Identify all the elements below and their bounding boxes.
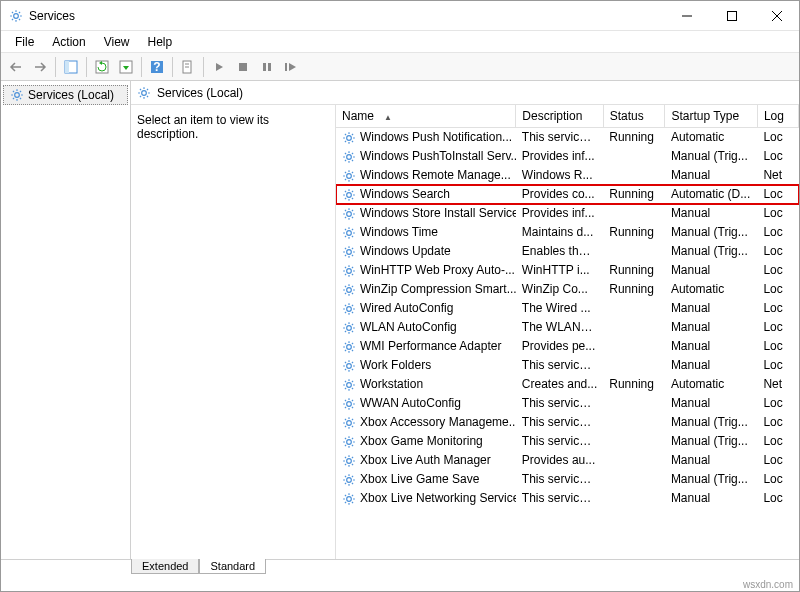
service-startup: Manual xyxy=(665,261,758,280)
service-description: This service ... xyxy=(516,356,603,375)
service-startup: Manual xyxy=(665,394,758,413)
show-hide-tree-button[interactable] xyxy=(60,56,82,78)
service-startup: Manual xyxy=(665,166,758,185)
table-row[interactable]: Windows UpdateEnables the ...Manual (Tri… xyxy=(336,242,799,261)
service-logon: Loc xyxy=(757,451,798,470)
table-row[interactable]: WMI Performance AdapterProvides pe...Man… xyxy=(336,337,799,356)
watermark: wsxdn.com xyxy=(1,579,799,592)
tab-standard[interactable]: Standard xyxy=(199,559,266,574)
table-row[interactable]: WLAN AutoConfigThe WLANS...ManualLoc xyxy=(336,318,799,337)
export-list-button[interactable] xyxy=(115,56,137,78)
service-logon: Net xyxy=(757,166,798,185)
service-status: Running xyxy=(603,261,665,280)
start-service-button[interactable] xyxy=(208,56,230,78)
restart-service-button[interactable] xyxy=(280,56,302,78)
menu-view[interactable]: View xyxy=(96,33,138,51)
service-gear-icon xyxy=(342,454,356,468)
refresh-button[interactable] xyxy=(91,56,113,78)
service-logon: Loc xyxy=(757,242,798,261)
service-name: Xbox Live Networking Service xyxy=(360,490,516,507)
service-gear-icon xyxy=(342,207,356,221)
stop-service-button[interactable] xyxy=(232,56,254,78)
service-startup: Manual xyxy=(665,299,758,318)
menu-file[interactable]: File xyxy=(7,33,42,51)
service-status: Running xyxy=(603,223,665,242)
services-table: Name ▲ Description Status Startup Type L… xyxy=(336,105,799,508)
table-row[interactable]: Windows Store Install ServiceProvides in… xyxy=(336,204,799,223)
content-split: Select an item to view its description. … xyxy=(131,105,799,559)
services-table-wrap[interactable]: Name ▲ Description Status Startup Type L… xyxy=(336,105,799,559)
service-status xyxy=(603,489,665,508)
svg-point-37 xyxy=(347,458,352,463)
table-row[interactable]: WinZip Compression Smart...WinZip Co...R… xyxy=(336,280,799,299)
service-status xyxy=(603,356,665,375)
table-row[interactable]: Xbox Game MonitoringThis service ...Manu… xyxy=(336,432,799,451)
service-startup: Automatic (D... xyxy=(665,185,758,204)
table-row[interactable]: Xbox Live Networking ServiceThis service… xyxy=(336,489,799,508)
forward-button[interactable] xyxy=(29,56,51,78)
table-row[interactable]: Windows TimeMaintains d...RunningManual … xyxy=(336,223,799,242)
table-row[interactable]: WinHTTP Web Proxy Auto-...WinHTTP i...Ru… xyxy=(336,261,799,280)
tab-extended[interactable]: Extended xyxy=(131,559,199,574)
help-button[interactable]: ? xyxy=(146,56,168,78)
service-gear-icon xyxy=(342,302,356,316)
service-status xyxy=(603,299,665,318)
table-row[interactable]: Windows SearchProvides co...RunningAutom… xyxy=(336,185,799,204)
col-description[interactable]: Description xyxy=(516,105,603,128)
table-row[interactable]: Windows Push Notification...This service… xyxy=(336,128,799,148)
pause-service-button[interactable] xyxy=(256,56,278,78)
service-startup: Manual xyxy=(665,337,758,356)
back-button[interactable] xyxy=(5,56,27,78)
table-row[interactable]: Wired AutoConfigThe Wired ...ManualLoc xyxy=(336,299,799,318)
service-startup: Automatic xyxy=(665,375,758,394)
table-row[interactable]: Windows PushToInstall Serv...Provides in… xyxy=(336,147,799,166)
service-gear-icon xyxy=(342,492,356,506)
col-name[interactable]: Name ▲ xyxy=(336,105,516,128)
service-name: Windows PushToInstall Serv... xyxy=(360,148,516,165)
svg-rect-6 xyxy=(65,61,69,73)
service-startup: Automatic xyxy=(665,280,758,299)
col-status[interactable]: Status xyxy=(603,105,665,128)
service-startup: Manual (Trig... xyxy=(665,242,758,261)
svg-point-33 xyxy=(347,382,352,387)
toolbar-separator xyxy=(55,57,56,77)
service-gear-icon xyxy=(342,416,356,430)
menu-help[interactable]: Help xyxy=(140,33,181,51)
service-gear-icon xyxy=(342,188,356,202)
service-startup: Manual xyxy=(665,318,758,337)
service-gear-icon xyxy=(342,131,356,145)
svg-point-23 xyxy=(347,192,352,197)
svg-point-28 xyxy=(347,287,352,292)
col-logon[interactable]: Log xyxy=(757,105,798,128)
svg-point-18 xyxy=(15,93,20,98)
svg-point-25 xyxy=(347,230,352,235)
close-button[interactable] xyxy=(754,1,799,30)
maximize-button[interactable] xyxy=(709,1,754,30)
table-row[interactable]: Xbox Accessory Manageme...This service .… xyxy=(336,413,799,432)
table-row[interactable]: Xbox Live Auth ManagerProvides au...Manu… xyxy=(336,451,799,470)
service-description: Provides au... xyxy=(516,451,603,470)
svg-point-35 xyxy=(347,420,352,425)
service-name: WinHTTP Web Proxy Auto-... xyxy=(360,262,515,279)
service-gear-icon xyxy=(342,473,356,487)
table-row[interactable]: Xbox Live Game SaveThis service ...Manua… xyxy=(336,470,799,489)
service-logon: Loc xyxy=(757,280,798,299)
toolbar-separator xyxy=(172,57,173,77)
service-status xyxy=(603,413,665,432)
description-panel: Select an item to view its description. xyxy=(131,105,336,559)
tree-item-services-local[interactable]: Services (Local) xyxy=(3,85,128,105)
service-logon: Loc xyxy=(757,356,798,375)
table-row[interactable]: WorkstationCreates and...RunningAutomati… xyxy=(336,375,799,394)
menu-action[interactable]: Action xyxy=(44,33,93,51)
properties-button[interactable] xyxy=(177,56,199,78)
toolbar-separator xyxy=(86,57,87,77)
service-startup: Manual (Trig... xyxy=(665,147,758,166)
service-description: Enables the ... xyxy=(516,242,603,261)
minimize-button[interactable] xyxy=(664,1,709,30)
table-row[interactable]: Work FoldersThis service ...ManualLoc xyxy=(336,356,799,375)
service-name: WMI Performance Adapter xyxy=(360,338,501,355)
table-row[interactable]: Windows Remote Manage...Windows R...Manu… xyxy=(336,166,799,185)
table-row[interactable]: WWAN AutoConfigThis service ...ManualLoc xyxy=(336,394,799,413)
service-logon: Loc xyxy=(757,318,798,337)
col-startup[interactable]: Startup Type xyxy=(665,105,758,128)
